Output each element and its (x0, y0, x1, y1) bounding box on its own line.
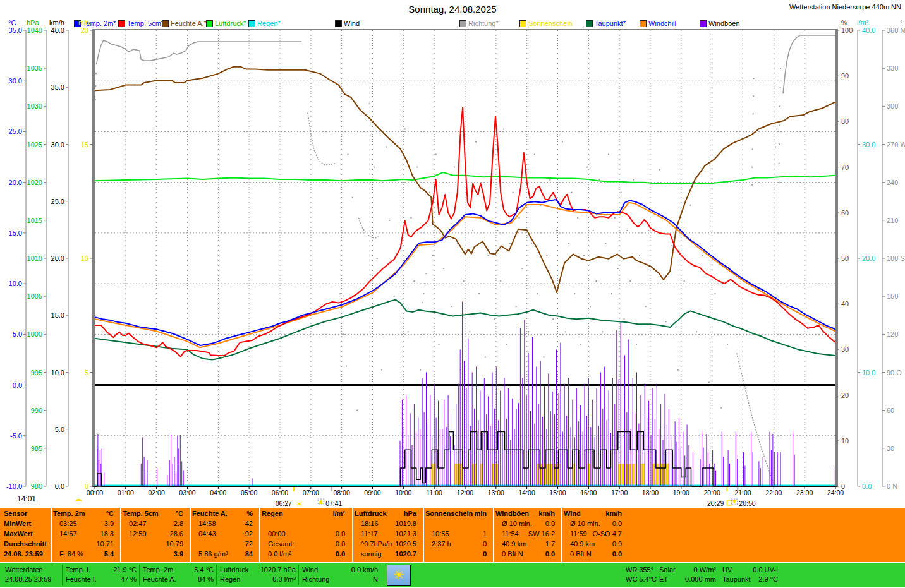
axis-label-humidity: 70 (841, 164, 849, 171)
series-direction-dot (381, 369, 382, 370)
table-cell-value: 28.6 (123, 530, 183, 537)
series-direction-dot (95, 99, 96, 100)
table-cell-value: 0 (425, 550, 487, 558)
axis-label-humidity: 80 (841, 117, 849, 125)
series-direction-dot (645, 306, 647, 307)
series-direction-dot (411, 217, 412, 219)
axis-label-dir: 90 O (887, 369, 902, 376)
status-value: N (302, 575, 378, 583)
axis-label-wind: 25.0 (51, 198, 64, 205)
x-hour-label: 05:00 (241, 489, 257, 496)
series-direction-dot (752, 149, 753, 150)
series-direction-dot (531, 243, 532, 244)
table-cell-value: 2.8 (123, 520, 183, 527)
series-direction-dot (779, 144, 780, 145)
table-separator (493, 508, 494, 562)
series-direction-dot (753, 113, 754, 114)
axis-label-dir: 150 (887, 292, 898, 300)
stats-table: SensorMinWertMaxWertDurchschnitt24.08. 2… (0, 508, 905, 562)
plot-border-right (835, 29, 838, 486)
axis-label-pressure: 1010 (27, 255, 42, 262)
series-direction-dot (753, 78, 755, 79)
sunset-arrow-icon (732, 500, 736, 504)
series-direction-dot (671, 245, 672, 246)
axis-unit-wind: km/h (49, 19, 64, 27)
axis-unit-pressure: hPa (27, 19, 39, 27)
series-direction-dot (432, 255, 434, 256)
series-direction-dot (751, 184, 753, 186)
table-row-label: MinWert (4, 520, 49, 527)
series-direction-dot (752, 131, 753, 132)
series-direction-dot (488, 255, 489, 256)
status-value: 0.000 mm (659, 575, 716, 583)
series-direction-dot (715, 293, 716, 294)
sunset-label: 20:50 (739, 500, 755, 507)
series-direction-trail (737, 353, 774, 484)
status-bar: Wetterdaten24.08.25 23:59Temp. I.21.9 °C… (0, 563, 905, 587)
series-direction-dot (586, 167, 588, 168)
series-direction-dot (623, 318, 624, 320)
x-hour-label: 11:00 (426, 489, 442, 496)
series-direction-dot (356, 410, 358, 411)
x-hour-label: 15:00 (549, 489, 566, 496)
series-direction-dot (429, 192, 430, 193)
series-direction-dot (684, 280, 685, 282)
sunrise-label: 06:27 (276, 500, 292, 507)
series-direction-dot (696, 331, 697, 332)
series-direction-dot (636, 344, 637, 345)
series-direction-dot (593, 230, 594, 231)
table-col-unit: km/h (564, 510, 622, 517)
series-direction-dot (443, 268, 444, 269)
sun-marker-tick (737, 487, 738, 491)
series-direction-dot (404, 128, 406, 129)
table-cell-value: 18.3 (53, 530, 114, 537)
table-cell-value: 10.79 (123, 540, 183, 548)
sun-cloud-icon: ☁ (75, 495, 85, 503)
sun-marker-tick (293, 487, 295, 491)
status-value: WR 355° (626, 566, 655, 573)
series-direction-dot (516, 306, 517, 307)
series-direction-dot (423, 293, 425, 294)
series-direction-dot (780, 87, 781, 88)
series-direction-dot (451, 306, 452, 307)
series-direction-dot (497, 230, 498, 231)
series-direction-dot (779, 163, 780, 164)
status-separator (298, 565, 299, 585)
axis-label-sun: 20 (81, 27, 88, 34)
x-hour-label: 17:00 (611, 489, 628, 496)
axis-label-dir: 210 (887, 217, 898, 224)
axis-label-humidity: 20 (841, 392, 849, 399)
series-direction-dot (598, 179, 600, 181)
axis-label-sun: 15 (81, 141, 88, 148)
series-direction-dot (689, 205, 691, 206)
table-cell-value: 1 (425, 530, 487, 537)
series-direction-dot (347, 154, 348, 155)
table-separator (120, 508, 121, 562)
series-direction-dot (521, 268, 523, 269)
series-direction-dot (463, 280, 465, 282)
table-cell-value: 0 (425, 540, 487, 548)
table-cell-value: 0.0 (495, 520, 555, 527)
series-direction-dot (528, 331, 529, 332)
axis-label-rain: 40.0 (862, 27, 875, 34)
axis-label-sun: 5 (85, 369, 88, 376)
table-col-unit: °C (123, 510, 183, 517)
table-cell-value: 92 (192, 530, 253, 537)
series-direction-dot (420, 369, 421, 370)
x-hour-label: 12:00 (457, 489, 473, 496)
table-separator (190, 508, 191, 562)
series-direction-dot (753, 95, 754, 97)
axis-label-sun: 0 (85, 483, 88, 490)
series-direction-trail (308, 112, 336, 164)
status-separator (216, 565, 217, 585)
series-direction-dot (478, 293, 480, 294)
axis-label-pressure: 1005 (27, 292, 42, 300)
series-direction-trail (783, 35, 835, 93)
series-direction-dot (574, 293, 575, 294)
series-direction-dot (394, 296, 395, 297)
table-col-unit: l/m² (262, 510, 345, 517)
status-value: 5.4 °C (143, 566, 214, 573)
axis-label-dir: 240 (887, 179, 898, 186)
x-hour-label: 21:00 (734, 489, 751, 496)
table-cell-value: 1020.7 (355, 550, 416, 558)
